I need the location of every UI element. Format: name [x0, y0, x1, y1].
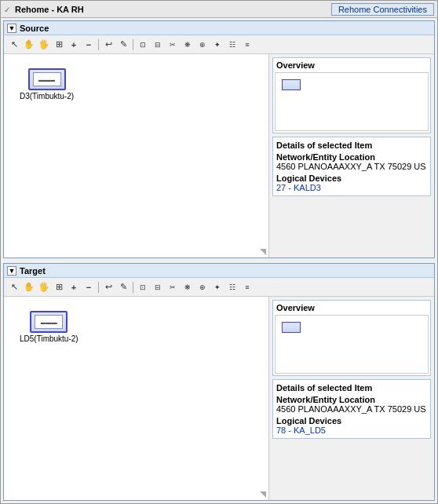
tb-zoomin[interactable]: + — [67, 38, 81, 52]
window-title: Rehome - KA RH — [15, 5, 331, 14]
source-right-panel: Overview Details of selected Item Networ… — [269, 54, 434, 257]
target-label: Target — [20, 266, 46, 276]
target-toggle[interactable]: ▼ — [7, 266, 16, 276]
tb2-zoomout[interactable]: − — [82, 280, 96, 294]
tb2-zoomin[interactable]: + — [67, 280, 81, 294]
source-details-title: Details of selected Item — [276, 141, 427, 150]
target-overview: Overview — [272, 300, 431, 376]
tb-t4[interactable]: ❋ — [181, 38, 195, 52]
tb-t8[interactable]: ≡ — [240, 38, 254, 52]
source-overview-canvas — [275, 72, 429, 131]
target-device-label: LD5(Timbuktu-2) — [20, 334, 78, 343]
source-header: ▼ Source — [4, 21, 434, 35]
source-overview-title: Overview — [275, 60, 429, 71]
target-network-label: Network/Entity Location — [276, 395, 427, 404]
tb-t6[interactable]: ✦ — [210, 38, 224, 52]
tb-t7[interactable]: ☷ — [225, 38, 239, 52]
target-logical-label: Logical Devices — [276, 416, 427, 425]
title-bar: ✓ Rehome - KA RH Rehome Connectivities — [1, 1, 437, 18]
tb2-t8[interactable]: ≡ — [240, 280, 254, 294]
tb2-t3[interactable]: ✂ — [166, 280, 180, 294]
tb2-t4[interactable]: ❋ — [181, 280, 195, 294]
tb-hand[interactable]: ✋ — [22, 38, 36, 52]
target-device-box: ▬▬▬ — [30, 311, 68, 333]
tb2-t1[interactable]: ⊡ — [136, 280, 150, 294]
sections-wrapper: ▼ Source ↖ ✋ 🖐 ⊞ + − ↩ ✎ ⊡ ⊟ ✂ ❋ ⊕ — [1, 18, 437, 503]
source-toolbar: ↖ ✋ 🖐 ⊞ + − ↩ ✎ ⊡ ⊟ ✂ ❋ ⊕ ✦ ☷ ≡ — [4, 35, 434, 54]
source-device-box: ▬▬▬ — [28, 68, 66, 90]
target-header: ▼ Target — [4, 264, 434, 278]
target-logical-value[interactable]: 78 - KA_LD5 — [276, 425, 326, 435]
tb-select[interactable]: ↖ — [7, 38, 21, 52]
tb-t1[interactable]: ⊡ — [136, 38, 150, 52]
target-toolbar: ↖ ✋ 🖐 ⊞ + − ↩ ✎ ⊡ ⊟ ✂ ❋ ⊕ ✦ ☷ ≡ — [4, 278, 434, 297]
tb2-t2[interactable]: ⊟ — [151, 280, 165, 294]
source-device[interactable]: ▬▬▬ D3(Timbuktu-2) — [20, 68, 74, 100]
source-network-label: Network/Entity Location — [276, 152, 427, 162]
tb2-t5[interactable]: ⊕ — [195, 280, 210, 294]
tb-sep2 — [133, 39, 133, 50]
tb-pencil[interactable]: ✎ — [116, 38, 130, 52]
target-overview-device — [282, 322, 301, 333]
tb-t3[interactable]: ✂ — [166, 38, 180, 52]
target-content: ▬▬▬ LD5(Timbuktu-2) Overview — [4, 297, 434, 500]
tb2-t6[interactable]: ✦ — [210, 280, 224, 294]
tb-fitall[interactable]: ⊞ — [52, 38, 66, 52]
source-device-inner: ▬▬▬ — [33, 72, 61, 86]
source-overview-device — [282, 79, 301, 90]
tb2-select[interactable]: ↖ — [7, 280, 21, 294]
tb-pan[interactable]: 🖐 — [37, 38, 51, 52]
target-details-title: Details of selected Item — [276, 383, 427, 393]
source-scroll-indicator — [260, 249, 266, 255]
source-logical-value[interactable]: 27 - KALD3 — [276, 183, 321, 192]
source-device-label: D3(Timbuktu-2) — [20, 92, 74, 100]
source-toggle[interactable]: ▼ — [7, 24, 16, 33]
tb-t2[interactable]: ⊟ — [151, 38, 165, 52]
target-overview-title: Overview — [275, 302, 429, 313]
main-window: ✓ Rehome - KA RH Rehome Connectivities ▼… — [0, 0, 438, 504]
tb2-t7[interactable]: ☷ — [225, 280, 239, 294]
tb2-sep2 — [133, 282, 133, 293]
tb-t5[interactable]: ⊕ — [195, 38, 210, 52]
target-scroll-indicator — [260, 491, 266, 498]
source-toggle-symbol: ▼ — [9, 24, 16, 32]
tb2-sep1 — [98, 282, 99, 293]
target-right-panel: Overview Details of selected Item Networ… — [269, 297, 434, 500]
tb2-pencil[interactable]: ✎ — [116, 280, 130, 294]
target-toggle-symbol: ▼ — [9, 267, 16, 275]
tb2-hand[interactable]: ✋ — [22, 280, 36, 294]
source-logical-label: Logical Devices — [276, 173, 427, 183]
target-network-value: 4560 PLANOAAAXXY_A TX 75029 US — [276, 404, 427, 414]
tb-sep1 — [98, 39, 99, 50]
source-overview: Overview — [272, 57, 431, 133]
source-section: ▼ Source ↖ ✋ 🖐 ⊞ + − ↩ ✎ ⊡ ⊟ ✂ ❋ ⊕ — [3, 20, 435, 258]
window-icon: ✓ — [4, 5, 12, 13]
target-device[interactable]: ▬▬▬ LD5(Timbuktu-2) — [20, 311, 78, 343]
tb2-back[interactable]: ↩ — [101, 280, 115, 294]
target-overview-canvas — [275, 315, 429, 374]
tb2-fitall[interactable]: ⊞ — [52, 280, 66, 294]
source-canvas[interactable]: ▬▬▬ D3(Timbuktu-2) — [4, 54, 269, 257]
tb2-pan[interactable]: 🖐 — [37, 280, 51, 294]
target-section: ▼ Target ↖ ✋ 🖐 ⊞ + − ↩ ✎ ⊡ ⊟ ✂ ❋ ⊕ — [3, 263, 435, 501]
source-label: Source — [20, 24, 49, 33]
rehome-connectivities-button[interactable]: Rehome Connectivities — [331, 3, 434, 16]
source-network-value: 4560 PLANOAAAXXY_A TX 75029 US — [276, 162, 427, 171]
target-details: Details of selected Item Network/Entity … — [272, 379, 431, 439]
target-device-inner: ▬▬▬ — [35, 315, 63, 329]
source-content: ▬▬▬ D3(Timbuktu-2) Overview — [4, 54, 434, 257]
tb-zoomout[interactable]: − — [82, 38, 96, 52]
target-canvas[interactable]: ▬▬▬ LD5(Timbuktu-2) — [4, 297, 269, 500]
source-details: Details of selected Item Network/Entity … — [272, 137, 431, 196]
tb-back[interactable]: ↩ — [101, 38, 115, 52]
